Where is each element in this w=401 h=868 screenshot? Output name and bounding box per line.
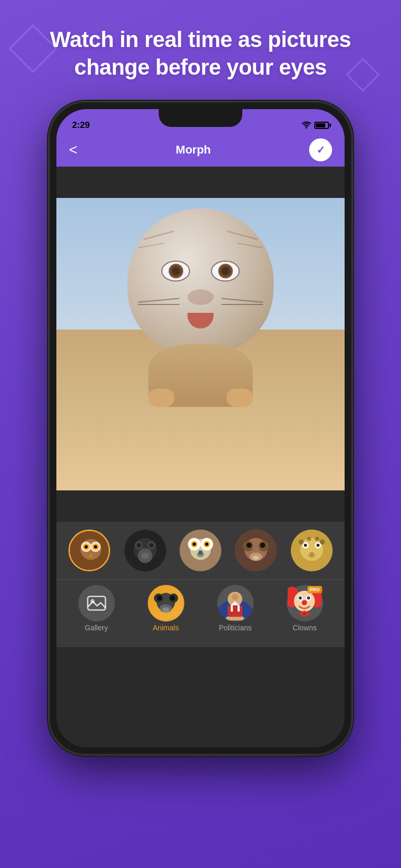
whisker-left-mid: [138, 304, 180, 305]
confirm-button[interactable]: ✓: [309, 138, 332, 161]
svg-rect-61: [238, 605, 240, 612]
status-icons: [302, 121, 329, 130]
gallery-label: Gallery: [85, 624, 108, 632]
svg-point-73: [303, 612, 306, 615]
svg-point-23: [193, 543, 196, 546]
svg-point-69: [299, 596, 302, 600]
back-button[interactable]: <: [69, 143, 77, 157]
svg-point-14: [137, 543, 141, 547]
svg-point-46: [309, 552, 314, 557]
thumbnail-gorilla[interactable]: [124, 530, 166, 571]
svg-point-53: [157, 595, 162, 601]
svg-rect-47: [88, 596, 105, 610]
thumbnail-lemur[interactable]: [180, 530, 221, 571]
svg-rect-60: [231, 605, 233, 612]
gallery-icon-bg: [78, 585, 115, 621]
top-dark-band: [56, 167, 345, 198]
svg-point-40: [316, 544, 320, 547]
phone-screen: 2:29 <: [56, 109, 345, 747]
wrinkle-detail: [144, 230, 174, 240]
bottom-dark-band: [56, 490, 345, 522]
phone-mockup: 2:29 <: [49, 102, 352, 755]
svg-point-44: [320, 539, 325, 545]
animals-label: Animals: [153, 624, 179, 632]
svg-point-71: [302, 600, 307, 605]
headline-line1: Watch in real time as pictures: [50, 27, 351, 52]
headline-line2: change before your eyes: [74, 55, 326, 79]
svg-point-31: [246, 543, 252, 548]
headline: Watch in real time as pictures change be…: [19, 0, 382, 97]
svg-point-56: [162, 607, 169, 612]
right-hand: [227, 389, 253, 407]
thumbnails-row: [56, 522, 345, 579]
wifi-icon: [302, 121, 311, 130]
left-pupil: [169, 264, 183, 278]
svg-point-42: [307, 537, 311, 541]
left-hand: [148, 389, 174, 407]
wrinkle-detail: [237, 243, 263, 249]
gorilla-image: [124, 530, 166, 571]
battery-icon: [314, 122, 329, 129]
leopard-image: [291, 530, 333, 571]
morph-display-image: [56, 198, 345, 490]
left-eye: [161, 261, 190, 281]
phone-frame: 2:29 <: [49, 102, 352, 755]
nav-politicians[interactable]: Politicians: [217, 585, 254, 632]
svg-point-32: [260, 543, 265, 548]
monkey-image: [235, 530, 277, 571]
svg-point-24: [205, 543, 208, 546]
politicians-icon-bg: [217, 585, 254, 621]
right-eye: [211, 261, 240, 281]
wrinkle-detail: [227, 230, 258, 240]
nose-area: [187, 289, 214, 305]
lemur-image: [180, 530, 221, 571]
right-pupil: [218, 264, 233, 278]
svg-point-70: [307, 596, 310, 600]
phone-notch: [159, 109, 242, 127]
svg-point-43: [315, 537, 319, 541]
nav-animals[interactable]: Animals: [148, 585, 184, 632]
owl-image: [70, 531, 109, 570]
svg-point-26: [198, 550, 203, 555]
clowns-label: Clowns: [293, 624, 317, 632]
nav-title: Morph: [176, 143, 211, 157]
whisker-left-top: [138, 298, 180, 303]
politicians-label: Politicians: [219, 624, 252, 632]
svg-point-6: [85, 545, 88, 548]
svg-point-34: [253, 556, 259, 560]
svg-point-39: [304, 544, 307, 547]
face-shape: [127, 208, 274, 355]
whisker-right-mid: [221, 304, 263, 305]
app-navigation-bar: < Morph ✓: [56, 135, 345, 167]
wrinkle-detail: [138, 243, 164, 249]
svg-point-15: [149, 543, 154, 547]
thumbnail-monkey[interactable]: [235, 530, 277, 571]
svg-point-41: [299, 539, 304, 545]
thumbnail-leopard[interactable]: [291, 530, 333, 571]
clowns-icon-bg: PRO: [287, 585, 323, 621]
bottom-navigation: Gallery: [56, 579, 345, 647]
morph-image-content: [56, 198, 345, 490]
mouth-area: [187, 313, 214, 329]
svg-point-16: [141, 553, 149, 559]
status-time: 2:29: [72, 120, 90, 131]
checkmark-icon: ✓: [316, 144, 325, 156]
svg-point-62: [232, 594, 238, 600]
svg-point-7: [94, 545, 97, 548]
nav-clowns[interactable]: PRO: [287, 585, 323, 632]
whisker-right-top: [221, 298, 263, 303]
svg-point-54: [170, 595, 175, 601]
pro-badge: PRO: [308, 586, 322, 593]
svg-rect-59: [228, 605, 242, 617]
morphed-face: [117, 208, 284, 417]
animals-icon-bg: [148, 585, 184, 621]
thumbnail-owl[interactable]: [68, 530, 110, 571]
nav-gallery[interactable]: Gallery: [78, 585, 115, 632]
